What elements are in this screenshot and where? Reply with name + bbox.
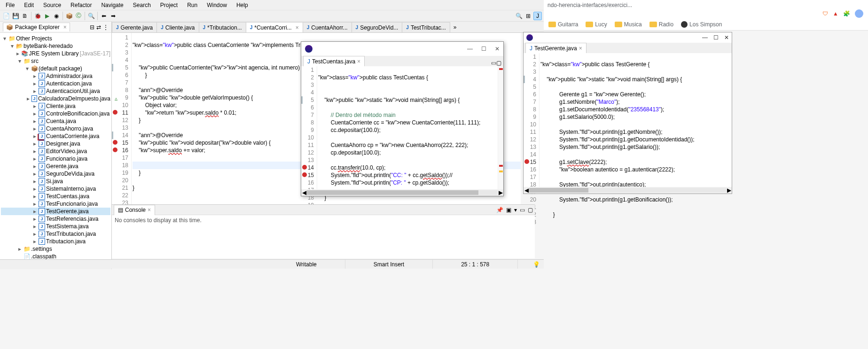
editor-tab[interactable]: J*Tributacion...	[199, 22, 246, 32]
tree-node[interactable]: ▸J Funcionario.java	[1, 155, 110, 163]
tree-twist-icon[interactable]: ▸	[32, 155, 38, 162]
menu-file[interactable]: File	[2, 0, 18, 10]
bookmark-folder[interactable]: Musica	[615, 21, 642, 28]
collapse-all-icon[interactable]: ⊟	[90, 24, 94, 31]
tree-twist-icon[interactable]: ▸	[32, 223, 38, 230]
extensions-icon[interactable]: 🧩	[843, 10, 850, 17]
tree-twist-icon[interactable]: ▸	[32, 125, 38, 132]
new-class-icon[interactable]: Ⓒ	[74, 12, 83, 20]
forward-icon[interactable]: ➡	[109, 12, 117, 20]
horizontal-scrollbar[interactable]: ◀▶	[524, 187, 732, 194]
tree-twist-icon[interactable]: ▸	[32, 171, 38, 177]
maximize-view-icon[interactable]: ▢	[528, 207, 533, 213]
more-tabs-icon[interactable]: »	[450, 22, 461, 32]
tree-twist-icon[interactable]: ▸	[32, 88, 38, 94]
editor-tab[interactable]: J*CuentaCorri...×	[246, 22, 303, 32]
tree-twist-icon[interactable]: ▸	[32, 163, 38, 170]
menu-search[interactable]: Search	[129, 0, 155, 10]
tree-node[interactable]: ▸J Designer.java	[1, 140, 110, 147]
minimize-icon[interactable]: —	[467, 46, 473, 52]
minimize-view-icon[interactable]: ▭	[520, 207, 525, 213]
tree-node[interactable]: ▾📦 (default package)	[1, 65, 110, 72]
tree-node[interactable]: ▾📁 Other Projects	[1, 35, 110, 42]
tree-node[interactable]: ▸J TestReferencias.java	[1, 215, 110, 223]
tree-node[interactable]: ▸J SeguroDeVida.java	[1, 170, 110, 178]
tree-node[interactable]: ▸J EditorVideo.java	[1, 147, 110, 155]
new-package-icon[interactable]: 📦	[65, 12, 73, 20]
tree-twist-icon[interactable]: ▸	[32, 110, 38, 117]
tree-node[interactable]: ▸J SistemaInterno.java	[1, 185, 110, 193]
tree-twist-icon[interactable]: ▸	[32, 201, 38, 207]
horizontal-scrollbar[interactable]: ◀▶	[301, 189, 503, 196]
maximize-icon[interactable]: ☐	[481, 46, 486, 52]
back-icon[interactable]: ⬅	[100, 12, 108, 20]
editor-tab[interactable]: JGerente.java	[112, 22, 157, 32]
tree-twist-icon[interactable]: ▸	[32, 238, 38, 245]
debug-icon[interactable]: 🐞	[33, 12, 42, 20]
view-menu-icon[interactable]: ⋮	[103, 24, 109, 31]
close-icon[interactable]: ×	[579, 45, 582, 52]
tree-node[interactable]: ▸J Cuenta.java	[1, 117, 110, 125]
close-icon[interactable]: ×	[148, 207, 151, 213]
new-icon[interactable]: 📄	[2, 12, 10, 20]
tree-node[interactable]: ▸J AutenticacionUtil.java	[1, 87, 110, 95]
tree-node[interactable]: ▾📁 src	[1, 57, 110, 65]
menu-edit[interactable]: Edit	[20, 0, 38, 10]
window-titlebar[interactable]: — ☐ ✕	[301, 42, 503, 56]
maximize-icon[interactable]: ☐	[713, 34, 719, 41]
tree-twist-icon[interactable]: ▾	[9, 43, 15, 49]
tree-twist-icon[interactable]: ▾	[2, 35, 8, 42]
console-tab[interactable]: ▤ Console ×	[114, 205, 155, 215]
link-editor-icon[interactable]: ⇄	[96, 24, 101, 31]
tree-node[interactable]: ▸J Si.java	[1, 178, 110, 185]
search-icon[interactable]: 🔍	[515, 12, 523, 20]
tree-twist-icon[interactable]: ▸	[26, 95, 31, 102]
editor-body[interactable]: 123456789101112131415161718192021 "kw">c…	[301, 66, 503, 189]
tree-node[interactable]: ▸📁 .settings	[1, 245, 110, 253]
menu-navigate[interactable]: Navigate	[97, 0, 127, 10]
tree-twist-icon[interactable]: ▾	[17, 58, 23, 64]
tree-node[interactable]: ▸J TestFuncionario.java	[1, 200, 110, 208]
profile-avatar-icon[interactable]	[855, 9, 863, 18]
tree-twist-icon[interactable]: ▸	[32, 103, 38, 109]
editor-tab[interactable]: J TestGerente.java ×	[525, 43, 586, 53]
open-console-icon[interactable]: ▾	[514, 207, 517, 213]
maximize-view-icon[interactable]: ▢	[496, 60, 501, 66]
tree-node[interactable]: ▸📚 JRE System Library [JavaSE-17]	[1, 50, 110, 57]
tree-twist-icon[interactable]: ▸	[32, 231, 38, 237]
editor-tab[interactable]: JCuentaAhorr...	[303, 22, 352, 32]
open-type-icon[interactable]: 🔍	[87, 12, 95, 20]
window-titlebar[interactable]: — ☐ ✕	[524, 32, 732, 43]
tree-twist-icon[interactable]: ▸	[32, 186, 38, 192]
package-explorer-tab[interactable]: 📦 Package Explorer ×	[3, 23, 70, 31]
tree-node[interactable]: ▸J TestSistema.java	[1, 223, 110, 230]
menu-run[interactable]: Run	[183, 0, 201, 10]
tree-node[interactable]: ▸J ControleBonificacion.java	[1, 110, 110, 117]
package-tree[interactable]: ▾📁 Other Projects▾📂 byteBank-heredado▸📚 …	[0, 33, 111, 269]
tree-twist-icon[interactable]: ▸	[32, 208, 38, 215]
tree-twist-icon[interactable]: ▸	[32, 133, 38, 140]
menu-window[interactable]: Window	[203, 0, 231, 10]
display-console-icon[interactable]: ▣	[506, 207, 511, 213]
tree-node[interactable]: ▸J Cliente.java	[1, 102, 110, 110]
tree-twist-icon[interactable]: ▸	[32, 193, 38, 200]
tree-twist-icon[interactable]: ▸	[32, 216, 38, 222]
menu-refactor[interactable]: Refactor	[67, 0, 95, 10]
close-icon[interactable]: ×	[296, 24, 299, 31]
bookmark-folder[interactable]: Radio	[649, 21, 673, 28]
bookmark-item[interactable]: Los Simpson	[681, 21, 722, 28]
minimize-icon[interactable]: —	[702, 34, 708, 41]
extension-shield-icon[interactable]: 🛡	[822, 10, 828, 17]
tree-twist-icon[interactable]: ▸	[32, 178, 38, 185]
java-perspective-icon[interactable]: J	[533, 12, 542, 20]
bookmark-folder[interactable]: Guitarra	[548, 21, 578, 28]
close-icon[interactable]: ✕	[495, 46, 500, 52]
tree-node[interactable]: ▾📂 byteBank-heredado	[1, 42, 110, 50]
extension-redistribute-icon[interactable]: ▲	[833, 10, 838, 17]
pin-console-icon[interactable]: 📌	[496, 207, 503, 213]
tree-node[interactable]: ▸J CalculadoraDeImpuesto.java	[1, 95, 110, 102]
editor-tab[interactable]: J TestCuentas.java ×	[303, 56, 365, 66]
tree-node[interactable]: ▸J TestGerente.java	[1, 208, 110, 215]
save-icon[interactable]: 💾	[11, 12, 20, 20]
tree-node[interactable]: ▸J Administrador.java	[1, 72, 110, 80]
